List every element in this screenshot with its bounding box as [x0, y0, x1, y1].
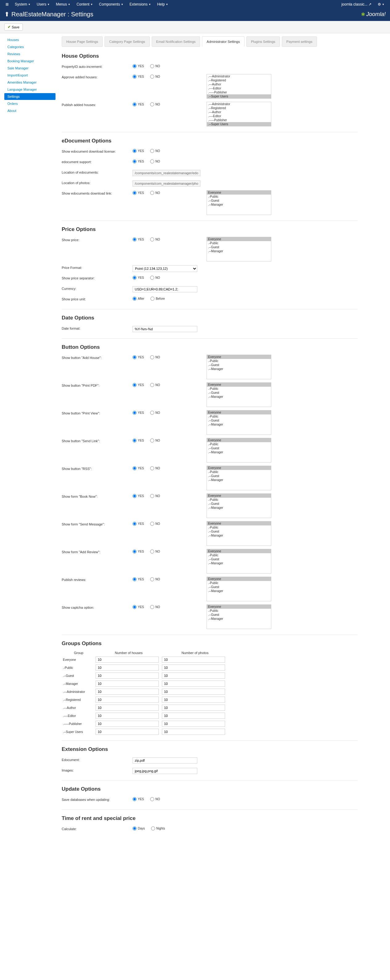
menu-help[interactable]: Help▼ — [155, 1, 171, 8]
gear-icon[interactable]: ⚙▼ — [375, 1, 387, 8]
group-photos-7[interactable] — [162, 713, 225, 719]
save-db-no[interactable]: NO — [150, 797, 160, 801]
publish-no[interactable]: NO — [150, 102, 160, 107]
group-photos-8[interactable] — [162, 721, 225, 727]
save-button[interactable]: ✔Save — [4, 24, 23, 30]
group-photos-9[interactable] — [162, 729, 225, 735]
group-houses-6[interactable] — [96, 705, 159, 711]
tab-payment-settings[interactable]: Payment settings — [282, 37, 317, 47]
tab-house-page-settings[interactable]: House Page Settings — [62, 37, 103, 47]
menu-components[interactable]: Components▼ — [97, 1, 126, 8]
btn-1-yes[interactable]: YES — [132, 383, 144, 387]
menu-content[interactable]: Content▼ — [74, 1, 95, 8]
btn-5-no[interactable]: NO — [150, 494, 160, 498]
edoc-support-yes[interactable]: YES — [132, 159, 144, 164]
menu-system[interactable]: System▼ — [12, 1, 33, 8]
group-photos-2[interactable] — [162, 673, 225, 679]
show-price-no[interactable]: NO — [150, 237, 160, 242]
sidebar-item-import/export[interactable]: Import/Export — [4, 72, 56, 79]
edoc-license-no[interactable]: NO — [150, 149, 160, 153]
group-houses-4[interactable] — [96, 689, 159, 695]
btn-2-groups[interactable]: Everyone.-Public.--Guest.--Manager — [207, 410, 271, 435]
group-houses-9[interactable] — [96, 729, 159, 735]
btn-9-no[interactable]: NO — [150, 605, 160, 609]
btn-5-yes[interactable]: YES — [132, 494, 144, 498]
sidebar-item-language-manager[interactable]: Language Manager — [4, 86, 56, 93]
approve-no[interactable]: NO — [150, 75, 160, 79]
group-houses-7[interactable] — [96, 713, 159, 719]
btn-6-groups[interactable]: Everyone.-Public.--Guest.--Manager — [207, 521, 271, 546]
btn-1-no[interactable]: NO — [150, 383, 160, 387]
sidebar-item-orders[interactable]: Orders — [4, 100, 56, 107]
btn-1-groups[interactable]: Everyone.-Public.--Guest.--Manager — [207, 382, 271, 407]
show-price-groups[interactable]: Everyone.-Public.--Guest.--Manager — [207, 237, 271, 261]
ext-edoc-input[interactable] — [132, 757, 197, 764]
sidebar-item-sale-manager[interactable]: Sale Manager — [4, 65, 56, 72]
group-houses-8[interactable] — [96, 721, 159, 727]
btn-4-groups[interactable]: Everyone.-Public.--Guest.--Manager — [207, 466, 271, 490]
tab-plugins-settings[interactable]: Plugins Settings — [246, 37, 280, 47]
btn-4-yes[interactable]: YES — [132, 466, 144, 470]
price-format-select[interactable]: Point (12.134.123,12) — [132, 265, 197, 272]
menu-users[interactable]: Users▼ — [34, 1, 52, 8]
approve-groups-select[interactable]: Everyone.-Public.--Guest.--Manager.---Ad… — [207, 74, 271, 99]
tab-administrator-settings[interactable]: Administrator Settings — [202, 37, 245, 47]
ext-img-input[interactable] — [132, 768, 197, 774]
edoc-dl-groups[interactable]: Everyone.-Public.--Guest.--Manager — [207, 190, 271, 215]
edoc-support-no[interactable]: NO — [150, 159, 160, 164]
save-db-yes[interactable]: YES — [132, 797, 144, 801]
edoc-dl-yes[interactable]: YES — [132, 191, 144, 195]
group-houses-1[interactable] — [96, 665, 159, 671]
group-photos-6[interactable] — [162, 705, 225, 711]
btn-6-no[interactable]: NO — [150, 522, 160, 526]
edoc-license-yes[interactable]: YES — [132, 149, 144, 153]
btn-0-yes[interactable]: YES — [132, 355, 144, 359]
sidebar-item-about[interactable]: About — [4, 107, 56, 114]
calc-nights[interactable]: Nights — [151, 826, 165, 830]
group-houses-5[interactable] — [96, 697, 159, 703]
btn-2-no[interactable]: NO — [150, 411, 160, 415]
sidebar-item-settings[interactable]: Settings — [4, 93, 56, 100]
sidebar-item-categories[interactable]: Categories — [4, 43, 56, 50]
group-houses-2[interactable] — [96, 673, 159, 679]
group-photos-0[interactable] — [162, 657, 225, 663]
btn-0-groups[interactable]: Everyone.-Public.--Guest.--Manager — [207, 355, 271, 379]
price-unit-after[interactable]: After — [132, 297, 144, 301]
group-photos-4[interactable] — [162, 689, 225, 695]
menu-extensions[interactable]: Extensions▼ — [127, 1, 154, 8]
publish-groups-select[interactable]: Everyone.-Public.--Guest.--Manager.---Ad… — [207, 102, 271, 126]
price-sep-yes[interactable]: YES — [132, 276, 144, 280]
tab-email-notification-settings[interactable]: Email Notification Settings — [152, 37, 201, 47]
menu-menus[interactable]: Menus▼ — [53, 1, 73, 8]
btn-7-groups[interactable]: Everyone.-Public.--Guest.--Manager — [207, 549, 271, 574]
sidebar-item-amenities-manager[interactable]: Amenities Manager — [4, 79, 56, 86]
sidebar-item-reviews[interactable]: Reviews — [4, 51, 56, 57]
date-format-input[interactable] — [132, 326, 197, 332]
group-photos-1[interactable] — [162, 665, 225, 671]
btn-6-yes[interactable]: YES — [132, 522, 144, 526]
sidebar-item-booking-manager[interactable]: Booking Manager — [4, 58, 56, 64]
btn-3-groups[interactable]: Everyone.-Public.--Guest.--Manager — [207, 438, 271, 463]
price-unit-before[interactable]: Before — [150, 297, 165, 301]
currency-input[interactable] — [132, 286, 197, 292]
btn-5-groups[interactable]: Everyone.-Public.--Guest.--Manager — [207, 493, 271, 518]
publish-yes[interactable]: YES — [132, 102, 144, 107]
btn-8-groups[interactable]: Everyone.-Public.--Guest.--Manager — [207, 577, 271, 601]
group-houses-0[interactable] — [96, 657, 159, 663]
btn-3-yes[interactable]: YES — [132, 439, 144, 442]
propertyid-yes[interactable]: YES — [132, 64, 144, 68]
tab-category-page-settings[interactable]: Category Page Settings — [105, 37, 150, 47]
btn-2-yes[interactable]: YES — [132, 411, 144, 415]
btn-8-no[interactable]: NO — [150, 577, 160, 581]
group-houses-3[interactable] — [96, 681, 159, 687]
site-link[interactable]: joomla classic... ↗ — [339, 1, 374, 8]
btn-3-no[interactable]: NO — [150, 439, 160, 442]
btn-4-no[interactable]: NO — [150, 466, 160, 470]
calc-days[interactable]: Days — [132, 826, 145, 830]
show-price-yes[interactable]: YES — [132, 237, 144, 242]
btn-8-yes[interactable]: YES — [132, 577, 144, 581]
btn-7-no[interactable]: NO — [150, 549, 160, 554]
btn-9-groups[interactable]: Everyone.-Public.--Guest.--Manager — [207, 605, 271, 629]
group-photos-5[interactable] — [162, 697, 225, 703]
joomla-icon[interactable]: ⊞ — [3, 1, 11, 8]
